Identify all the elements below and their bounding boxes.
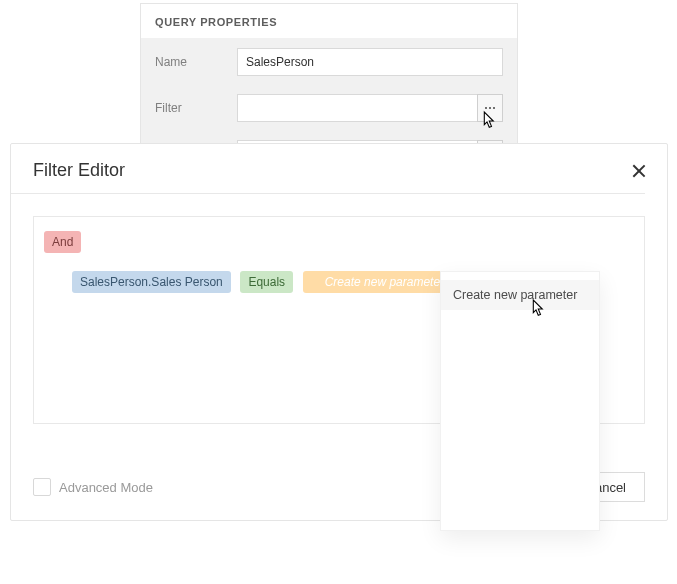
popup-item-create-new-parameter[interactable]: Create new parameter [441,280,599,310]
parameter-popup: Create new parameter [440,271,600,531]
advanced-mode-checkbox[interactable] [33,478,51,496]
filter-ellipsis-button[interactable] [477,94,503,122]
advanced-mode-label: Advanced Mode [59,480,153,495]
divider [11,193,645,194]
filter-input[interactable] [237,94,503,122]
condition-field[interactable]: SalesPerson.Sales Person [72,271,231,293]
ellipsis-icon [485,107,495,109]
close-icon[interactable] [631,163,647,179]
panel-header: QUERY PROPERTIES [141,4,517,38]
query-properties-panel: QUERY PROPERTIES Name Filter Group Filte… [140,3,518,143]
group-operator[interactable]: And [44,231,81,253]
label-filter: Filter [155,101,237,115]
name-input[interactable] [237,48,503,76]
label-name: Name [155,55,237,69]
dialog-title: Filter Editor [33,160,125,181]
row-filter: Filter [155,94,503,122]
condition-operator[interactable]: Equals [240,271,293,293]
row-name: Name [155,48,503,76]
